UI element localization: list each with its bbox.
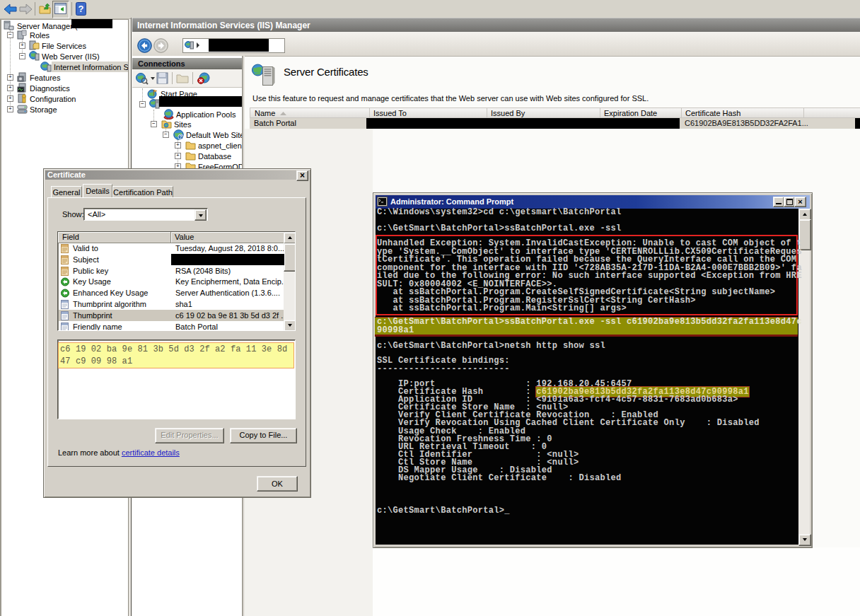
svg-text:?: ? — [180, 134, 182, 139]
svg-text:?: ? — [79, 4, 84, 14]
